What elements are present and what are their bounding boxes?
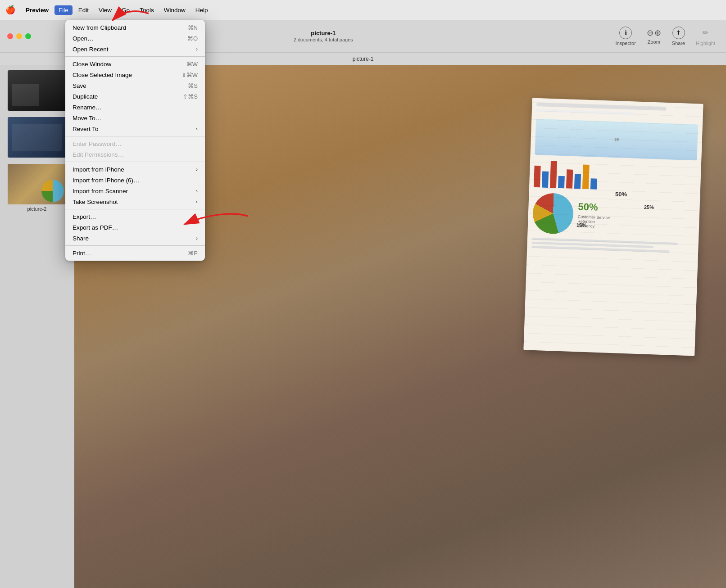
separator-4 xyxy=(65,209,205,209)
separator-2 xyxy=(65,136,205,136)
menu-print[interactable]: Print… ⌘P xyxy=(65,248,205,258)
share-icon: ⬆ xyxy=(672,27,685,39)
separator-3 xyxy=(65,162,205,162)
menu-share[interactable]: Share › xyxy=(65,233,205,244)
highlight-label: Highlight xyxy=(696,41,715,46)
shortcut-open: ⌘O xyxy=(187,35,198,42)
chart-label-15: 15% xyxy=(576,222,586,228)
inspector-icon: ℹ xyxy=(619,27,632,39)
submenu-arrow-screenshot: › xyxy=(196,199,198,204)
menubar-tools[interactable]: Tools xyxy=(136,5,158,15)
menu-import-iphone6[interactable]: Import from iPhone (6)… xyxy=(65,175,205,185)
menu-take-screenshot[interactable]: Take Screenshot › xyxy=(65,196,205,207)
traffic-lights xyxy=(0,33,31,39)
menu-revert-to[interactable]: Revert To › xyxy=(65,123,205,134)
zoom-button[interactable] xyxy=(25,33,31,39)
shortcut-new: ⌘N xyxy=(188,24,198,31)
menubar-window[interactable]: Window xyxy=(160,5,190,15)
thumbnail-3[interactable]: picture-2 xyxy=(8,164,66,212)
zoom-label: Zoom xyxy=(648,39,660,45)
menu-close-image[interactable]: Close Selected Image ⇧⌘W xyxy=(65,69,205,80)
minimize-button[interactable] xyxy=(16,33,22,39)
shortcut-print: ⌘P xyxy=(188,250,198,257)
shortcut-save: ⌘S xyxy=(188,82,198,89)
submenu-arrow-open-recent: › xyxy=(196,46,198,52)
inspector-button[interactable]: ℹ Inspector xyxy=(616,27,636,46)
menu-edit-permissions: Edit Permissions… xyxy=(65,149,205,160)
shortcut-close-window: ⌘W xyxy=(186,61,198,68)
menubar-preview[interactable]: Preview xyxy=(22,5,53,15)
submenu-arrow-import-iphone: › xyxy=(196,167,198,172)
menu-rename[interactable]: Rename… xyxy=(65,102,205,113)
menu-new-clipboard[interactable]: New from Clipboard ⌘N xyxy=(65,22,205,33)
chart-label-25: 25% xyxy=(644,204,654,210)
share-label: Share xyxy=(672,41,685,46)
menubar: 🍎 Preview File Edit View Go Tools Window… xyxy=(0,0,726,20)
menu-move-to[interactable]: Move To… xyxy=(65,113,205,123)
shortcut-close-image: ⇧⌘W xyxy=(182,72,198,78)
submenu-arrow-scanner: › xyxy=(196,188,198,194)
chart-label-50: 50% xyxy=(615,191,627,198)
toolbar: ℹ Inspector ⊖ ⊕ Zoom ⬆ Share ✏ Highlight xyxy=(616,27,726,46)
submenu-arrow-share: › xyxy=(196,235,198,241)
apple-menu[interactable]: 🍎 xyxy=(5,5,15,15)
shortcut-duplicate: ⇧⌘S xyxy=(183,93,198,100)
menubar-help[interactable]: Help xyxy=(191,5,212,15)
submenu-arrow-revert: › xyxy=(196,126,198,131)
menu-export[interactable]: Export… xyxy=(65,211,205,222)
menu-import-iphone[interactable]: Import from iPhone › xyxy=(65,164,205,175)
zoom-in-icon: ⊕ xyxy=(654,28,661,38)
highlight-button[interactable]: ✏ Highlight xyxy=(696,27,715,46)
thumbnail-2[interactable] xyxy=(8,117,66,158)
separator-5 xyxy=(65,245,205,246)
close-button[interactable] xyxy=(7,33,13,39)
menu-enter-password: Enter Password… xyxy=(65,138,205,149)
share-button[interactable]: ⬆ Share xyxy=(672,27,685,46)
menu-duplicate[interactable]: Duplicate ⇧⌘S xyxy=(65,91,205,102)
menu-open-recent[interactable]: Open Recent › xyxy=(65,44,205,54)
zoom-out-icon: ⊖ xyxy=(647,28,653,38)
menu-close-window[interactable]: Close Window ⌘W xyxy=(65,59,205,69)
thumbnail-3-label: picture-2 xyxy=(8,206,66,212)
separator-1 xyxy=(65,56,205,57)
menu-open[interactable]: Open… ⌘O xyxy=(65,33,205,44)
menubar-edit[interactable]: Edit xyxy=(74,5,93,15)
menubar-go[interactable]: Go xyxy=(118,5,134,15)
menubar-file[interactable]: File xyxy=(54,5,73,15)
menu-save[interactable]: Save ⌘S xyxy=(65,80,205,91)
menu-import-scanner[interactable]: Import from Scanner › xyxy=(65,185,205,196)
zoom-button-toolbar[interactable]: ⊖ ⊕ Zoom xyxy=(647,28,661,45)
menubar-view[interactable]: View xyxy=(95,5,116,15)
sidebar: picture-2 xyxy=(0,65,74,588)
thumbnail-1[interactable] xyxy=(8,70,66,111)
highlight-icon: ✏ xyxy=(699,27,712,39)
open-filename: picture-1 xyxy=(353,56,374,62)
file-menu: New from Clipboard ⌘N Open… ⌘O Open Rece… xyxy=(65,20,205,261)
inspector-label: Inspector xyxy=(616,41,636,46)
infographic-paper: 🗺 xyxy=(523,98,703,356)
menu-export-pdf[interactable]: Export as PDF… xyxy=(65,222,205,233)
